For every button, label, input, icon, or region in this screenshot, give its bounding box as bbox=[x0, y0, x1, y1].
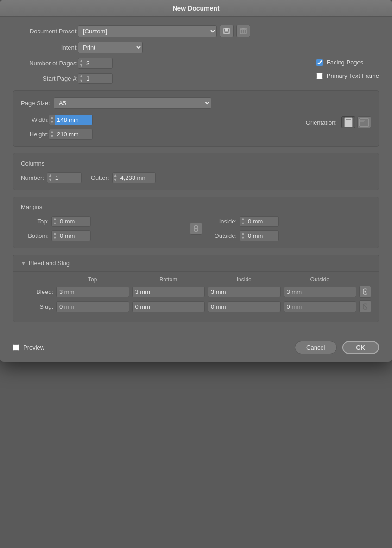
num-pages-label: Number of Pages: bbox=[13, 60, 78, 67]
gutter-row: Gutter: ▲ ▼ bbox=[91, 172, 156, 183]
height-spinner[interactable]: ▲ ▼ bbox=[49, 130, 55, 139]
width-spinner[interactable]: ▲ ▼ bbox=[49, 115, 55, 125]
columns-label: Columns bbox=[21, 160, 371, 167]
bleed-bottom-input[interactable] bbox=[132, 287, 205, 297]
margin-outside-label: Outside: bbox=[209, 232, 237, 239]
slug-top-input[interactable] bbox=[56, 301, 129, 312]
bleed-col-outside: Outside bbox=[284, 276, 357, 283]
footer-right: Cancel OK bbox=[295, 341, 379, 354]
preview-label: Preview bbox=[23, 344, 44, 351]
save-preset-button[interactable] bbox=[220, 25, 234, 37]
intent-row: Intent: Print Web Mobile bbox=[13, 42, 379, 53]
orientation-buttons bbox=[341, 116, 371, 128]
num-pages-spinner[interactable]: ▲ ▼ bbox=[78, 59, 84, 68]
width-input[interactable] bbox=[55, 115, 92, 125]
landscape-button[interactable] bbox=[357, 116, 371, 128]
intent-label: Intent: bbox=[13, 44, 78, 51]
start-page-spinner[interactable]: ▲ ▼ bbox=[78, 74, 84, 83]
margins-link bbox=[187, 223, 205, 235]
intent-select[interactable]: Print Web Mobile bbox=[78, 42, 143, 53]
primary-text-frame-row[interactable]: Primary Text Frame bbox=[316, 72, 379, 79]
margin-inside-spinner[interactable]: ▲▼ bbox=[240, 217, 246, 226]
margin-outside-input[interactable] bbox=[246, 231, 278, 241]
margin-top-spinner[interactable]: ▲▼ bbox=[52, 217, 58, 226]
width-label: Width: bbox=[21, 116, 49, 123]
columns-row: Number: ▲ ▼ Gutter: ▲ ▼ bbox=[21, 172, 371, 183]
num-pages-input[interactable] bbox=[84, 58, 112, 68]
svg-rect-2 bbox=[225, 32, 228, 33]
slug-outside-input[interactable] bbox=[284, 301, 357, 312]
portrait-button[interactable] bbox=[341, 116, 355, 128]
footer-left: Preview bbox=[13, 344, 44, 351]
facing-pages-label: Facing Pages bbox=[327, 59, 364, 66]
margin-top-field: ▲▼ bbox=[51, 216, 91, 227]
page-size-label: Page Size: bbox=[21, 100, 50, 107]
bleed-link-button[interactable] bbox=[359, 286, 371, 298]
title-bar: New Document bbox=[0, 0, 392, 17]
preview-row[interactable]: Preview bbox=[13, 344, 44, 351]
bleed-inside-input[interactable] bbox=[208, 287, 281, 297]
page-size-section: Page Size: A5 A4 A3 Letter Legal Custom … bbox=[13, 90, 379, 147]
bleed-outside-input[interactable] bbox=[284, 287, 357, 297]
bleed-header[interactable]: ▼ Bleed and Slug bbox=[13, 255, 379, 272]
new-document-dialog: New Document Document Preset: [Custom] D… bbox=[0, 0, 392, 362]
bleed-slug-section: ▼ Bleed and Slug Top Bottom Inside Outsi… bbox=[13, 255, 379, 322]
col-number-input[interactable] bbox=[53, 173, 81, 183]
slug-inside-input[interactable] bbox=[208, 301, 281, 312]
preset-row: Document Preset: [Custom] Default Letter… bbox=[13, 25, 379, 37]
gutter-spinner[interactable]: ▲ ▼ bbox=[113, 173, 119, 183]
margins-link-button[interactable] bbox=[190, 223, 202, 235]
slug-row: Slug: bbox=[21, 300, 371, 312]
width-field: ▲ ▼ bbox=[49, 115, 93, 125]
page-size-select[interactable]: A5 A4 A3 Letter Legal Custom bbox=[54, 97, 211, 109]
margin-outside-spinner[interactable]: ▲▼ bbox=[240, 231, 246, 241]
num-pages-field: ▲ ▼ bbox=[78, 58, 113, 69]
col-number-spinner[interactable]: ▲ ▼ bbox=[47, 173, 53, 183]
margin-top-row: Top: ▲▼ bbox=[21, 216, 183, 227]
bleed-slug-label: Bleed and Slug bbox=[29, 260, 70, 267]
ok-button[interactable]: OK bbox=[342, 341, 379, 354]
preset-select[interactable]: [Custom] Default Letter A4 A5 bbox=[78, 25, 217, 37]
margin-top-input[interactable] bbox=[58, 217, 90, 226]
delete-preset-button[interactable] bbox=[236, 25, 250, 37]
bleed-col-inside: Inside bbox=[208, 276, 281, 283]
pages-row: Number of Pages: ▲ ▼ Start Page #: ▲ bbox=[13, 58, 379, 84]
margin-bottom-input[interactable] bbox=[58, 231, 90, 241]
preview-checkbox[interactable] bbox=[13, 344, 19, 351]
bleed-col-top: Top bbox=[56, 276, 129, 283]
bleed-label: Bleed: bbox=[21, 288, 53, 295]
bleed-chevron-icon: ▼ bbox=[21, 261, 26, 266]
dialog-title: New Document bbox=[172, 5, 219, 12]
bleed-top-input[interactable] bbox=[56, 287, 129, 297]
col-number-row: Number: ▲ ▼ bbox=[21, 172, 82, 183]
bleed-col-bottom: Bottom bbox=[132, 276, 205, 283]
start-page-row: Start Page #: ▲ ▼ bbox=[13, 73, 303, 84]
slug-bottom-input[interactable] bbox=[132, 301, 205, 312]
margin-inside-label: Inside: bbox=[209, 218, 237, 225]
slug-label: Slug: bbox=[21, 303, 53, 310]
margins-left: Top: ▲▼ Bottom: ▲▼ bbox=[21, 216, 183, 241]
facing-pages-row[interactable]: Facing Pages bbox=[316, 59, 379, 66]
margins-label: Margins bbox=[21, 204, 371, 210]
height-input[interactable] bbox=[55, 129, 92, 139]
col-number-label: Number: bbox=[21, 174, 44, 181]
primary-text-frame-checkbox[interactable] bbox=[316, 73, 323, 79]
margin-bottom-spinner[interactable]: ▲▼ bbox=[52, 231, 58, 241]
margin-bottom-field: ▲▼ bbox=[51, 230, 91, 241]
columns-section: Columns Number: ▲ ▼ Gutter: bbox=[13, 153, 379, 190]
margin-inside-input[interactable] bbox=[246, 217, 278, 226]
start-page-input[interactable] bbox=[84, 74, 112, 83]
slug-link-button[interactable] bbox=[359, 300, 371, 312]
svg-point-16 bbox=[195, 228, 197, 229]
facing-pages-checkbox[interactable] bbox=[316, 59, 323, 66]
start-page-field: ▲ ▼ bbox=[78, 73, 113, 84]
preset-label: Document Preset: bbox=[13, 28, 78, 35]
col-number-field: ▲ ▼ bbox=[47, 172, 82, 183]
cancel-button[interactable]: Cancel bbox=[295, 341, 336, 354]
gutter-input[interactable] bbox=[118, 173, 155, 183]
svg-rect-13 bbox=[360, 121, 364, 122]
primary-text-frame-label: Primary Text Frame bbox=[327, 72, 379, 79]
margins-right: Inside: ▲▼ Outside: ▲▼ bbox=[209, 216, 371, 241]
margin-bottom-label: Bottom: bbox=[21, 232, 49, 239]
margin-top-label: Top: bbox=[21, 218, 49, 225]
